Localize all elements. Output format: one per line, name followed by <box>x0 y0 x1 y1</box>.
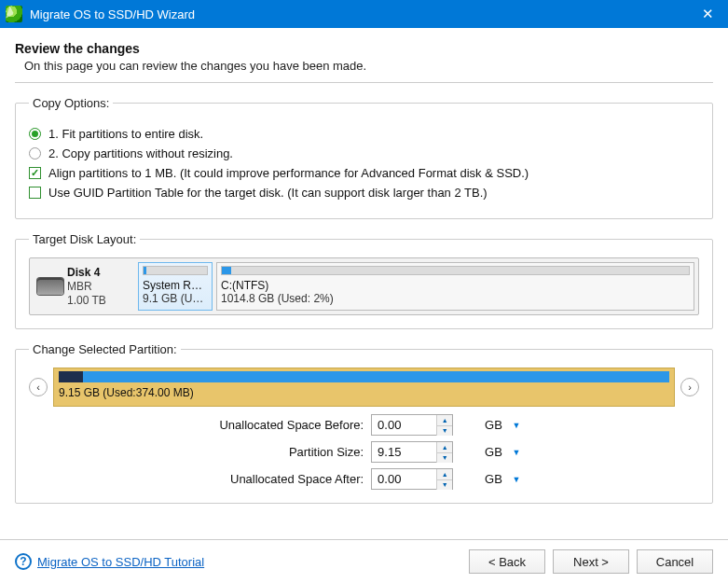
partition-2-label: C:(NTFS) <box>221 279 690 292</box>
partition-size-unit-dropdown[interactable]: ▼ <box>508 444 525 461</box>
unalloc-after-spin-up[interactable]: ▲ <box>437 469 452 479</box>
footer: ? Migrate OS to SSD/HD Tutorial < Back N… <box>0 539 728 583</box>
partition-size-spin-up[interactable]: ▲ <box>437 442 452 452</box>
option-align-label: Align partitions to 1 MB. (It could impr… <box>48 166 529 180</box>
partition-1[interactable]: System Reserved 9.1 GB (Used: 4%) <box>138 262 213 311</box>
target-disk-layout-group: Target Disk Layout: Disk 4 MBR 1.00 TB S… <box>15 232 713 329</box>
unalloc-after-spin-down[interactable]: ▼ <box>437 479 452 490</box>
back-button[interactable]: < Back <box>469 549 545 574</box>
help-icon[interactable]: ? <box>15 553 32 570</box>
copy-options-legend: Copy Options: <box>29 96 113 110</box>
partition-2-usedbar <box>222 267 231 274</box>
selected-partition-used-segment <box>59 371 83 382</box>
next-button[interactable]: Next > <box>553 549 629 574</box>
disk-name: Disk 4 <box>67 266 106 280</box>
selected-partition-caption: 9.15 GB (Used:374.00 MB) <box>59 386 669 399</box>
unalloc-after-unit: GB <box>479 472 502 486</box>
change-selected-partition-group: Change Selected Partition: ‹ 9.15 GB (Us… <box>15 342 713 504</box>
option-fit-label: 1. Fit partitions to entire disk. <box>48 127 203 141</box>
change-selected-partition-legend: Change Selected Partition: <box>29 342 181 356</box>
selected-partition-slider[interactable]: 9.15 GB (Used:374.00 MB) <box>53 368 675 407</box>
option-guid-label: Use GUID Partition Table for the target … <box>48 186 488 200</box>
option-noresize-row[interactable]: 2. Copy partitions without resizing. <box>29 146 699 160</box>
unalloc-after-label: Unallocated Space After: <box>198 472 365 486</box>
page-title: Review the changes <box>15 41 713 56</box>
partition-2[interactable]: C:(NTFS) 1014.8 GB (Used: 2%) <box>216 262 694 311</box>
page-heading: Review the changes On this page you can … <box>15 41 713 73</box>
page-subtitle: On this page you can review the changes … <box>15 59 713 73</box>
disk-size: 1.00 TB <box>67 294 106 308</box>
tutorial-link[interactable]: Migrate OS to SSD/HD Tutorial <box>37 555 204 569</box>
partition-1-usedbar <box>144 267 146 274</box>
partition-1-label: System Reserved <box>143 279 208 292</box>
partition-size-unit: GB <box>479 445 502 459</box>
partition-size-input[interactable]: 9.15 ▲ ▼ <box>371 441 453 463</box>
unalloc-after-value[interactable]: 0.00 <box>372 472 436 486</box>
close-button[interactable]: ✕ <box>694 1 721 27</box>
unalloc-before-label: Unallocated Space Before: <box>198 418 365 432</box>
target-disk-layout-legend: Target Disk Layout: <box>29 232 140 246</box>
window-title: Migrate OS to SSD/HD Wizard <box>30 7 694 21</box>
divider <box>15 82 713 83</box>
unalloc-before-input[interactable]: 0.00 ▲ ▼ <box>371 414 453 436</box>
cancel-button[interactable]: Cancel <box>637 549 713 574</box>
unalloc-before-spin-up[interactable]: ▲ <box>437 415 452 425</box>
unalloc-before-spin-down[interactable]: ▼ <box>437 425 452 436</box>
partition-1-size: 9.1 GB (Used: 4%) <box>143 292 208 305</box>
option-fit-row[interactable]: 1. Fit partitions to entire disk. <box>29 127 699 141</box>
disk-scheme: MBR <box>67 280 106 294</box>
checkbox-align[interactable] <box>29 167 41 179</box>
partition-size-label: Partition Size: <box>198 445 365 459</box>
partition-2-size: 1014.8 GB (Used: 2%) <box>221 292 690 305</box>
unalloc-before-unit: GB <box>479 418 502 432</box>
radio-fit[interactable] <box>29 128 41 140</box>
app-icon <box>6 6 22 22</box>
copy-options-group: Copy Options: 1. Fit partitions to entir… <box>15 96 713 219</box>
unalloc-after-input[interactable]: 0.00 ▲ ▼ <box>371 468 453 490</box>
disk-layout-box: Disk 4 MBR 1.00 TB System Reserved 9.1 G… <box>29 257 699 315</box>
option-align-row[interactable]: Align partitions to 1 MB. (It could impr… <box>29 166 699 180</box>
shrink-left-button[interactable]: ‹ <box>29 378 48 396</box>
title-bar: Migrate OS to SSD/HD Wizard ✕ <box>0 0 728 28</box>
unalloc-before-value[interactable]: 0.00 <box>372 418 436 432</box>
grow-right-button[interactable]: › <box>680 378 699 396</box>
radio-noresize[interactable] <box>29 147 41 160</box>
partition-size-value[interactable]: 9.15 <box>372 445 436 459</box>
disk-info: Disk 4 MBR 1.00 TB <box>34 262 134 311</box>
option-noresize-label: 2. Copy partitions without resizing. <box>48 146 233 160</box>
disk-icon <box>37 278 63 295</box>
unalloc-after-unit-dropdown[interactable]: ▼ <box>508 471 525 488</box>
checkbox-guid[interactable] <box>29 187 41 199</box>
unalloc-before-unit-dropdown[interactable]: ▼ <box>508 417 525 434</box>
option-guid-row[interactable]: Use GUID Partition Table for the target … <box>29 186 699 200</box>
selected-partition-bar <box>59 371 669 382</box>
partition-size-spin-down[interactable]: ▼ <box>437 452 452 463</box>
